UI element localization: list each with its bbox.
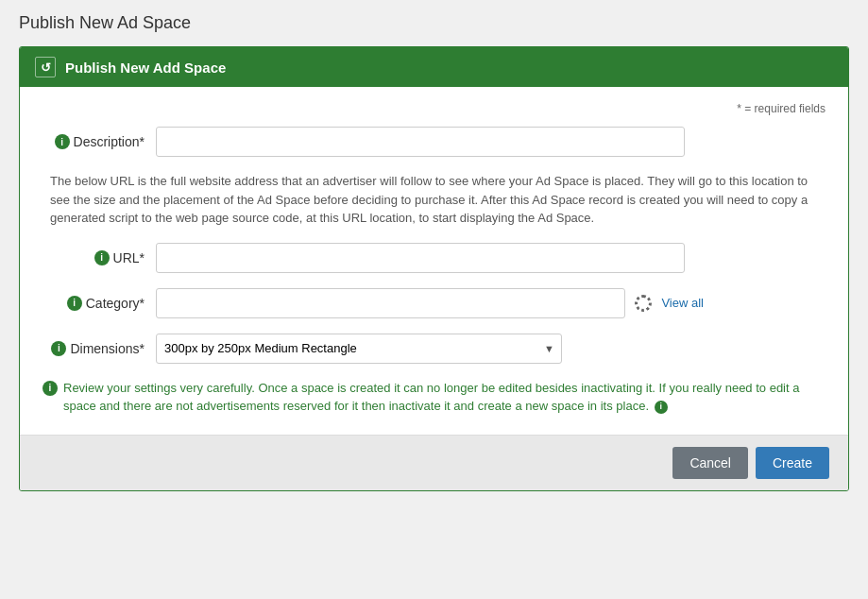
dimensions-info-icon[interactable]: i [51, 341, 66, 356]
dimensions-select[interactable]: 300px by 250px Medium Rectangle 728px by… [156, 334, 562, 364]
modal-title: Publish New Add Space [65, 60, 226, 76]
category-row: i Category* View all [43, 288, 825, 318]
url-row: i URL* [43, 243, 825, 273]
category-input-wrapper: View all [156, 288, 704, 318]
description-label: i Description* [43, 134, 156, 149]
url-info-text: The below URL is the full website addres… [43, 172, 825, 228]
view-all-link[interactable]: View all [661, 296, 704, 310]
url-input[interactable] [156, 243, 685, 273]
description-input[interactable] [156, 127, 685, 157]
warning-info-icon[interactable]: i [43, 381, 58, 396]
refresh-icon: ↺ [35, 57, 56, 77]
warning-box: i Review your settings very carefully. O… [43, 379, 825, 416]
dimensions-label: i Dimensions* [43, 341, 156, 356]
category-label: i Category* [43, 296, 156, 311]
cancel-button[interactable]: Cancel [672, 447, 748, 479]
warning-text: Review your settings very carefully. Onc… [63, 379, 825, 416]
url-info-icon[interactable]: i [94, 250, 110, 265]
dimensions-select-wrapper: 300px by 250px Medium Rectangle 728px by… [156, 334, 562, 364]
category-spinner [635, 295, 652, 312]
category-info-icon[interactable]: i [67, 296, 82, 311]
description-info-icon[interactable]: i [55, 134, 70, 149]
create-button[interactable]: Create [756, 447, 829, 479]
warning-inline-icon[interactable]: i [655, 401, 668, 414]
url-label: i URL* [43, 250, 156, 265]
category-input[interactable] [156, 288, 625, 318]
description-row: i Description* [43, 127, 825, 157]
required-note: * = required fields [43, 102, 825, 115]
modal-body: * = required fields i Description* The b… [20, 87, 848, 435]
modal-footer: Cancel Create [20, 435, 848, 490]
modal-header: ↺ Publish New Add Space [20, 47, 848, 87]
publish-modal: ↺ Publish New Add Space * = required fie… [19, 46, 849, 491]
dimensions-row: i Dimensions* 300px by 250px Medium Rect… [43, 334, 825, 364]
page-title: Publish New Ad Space [0, 0, 868, 46]
